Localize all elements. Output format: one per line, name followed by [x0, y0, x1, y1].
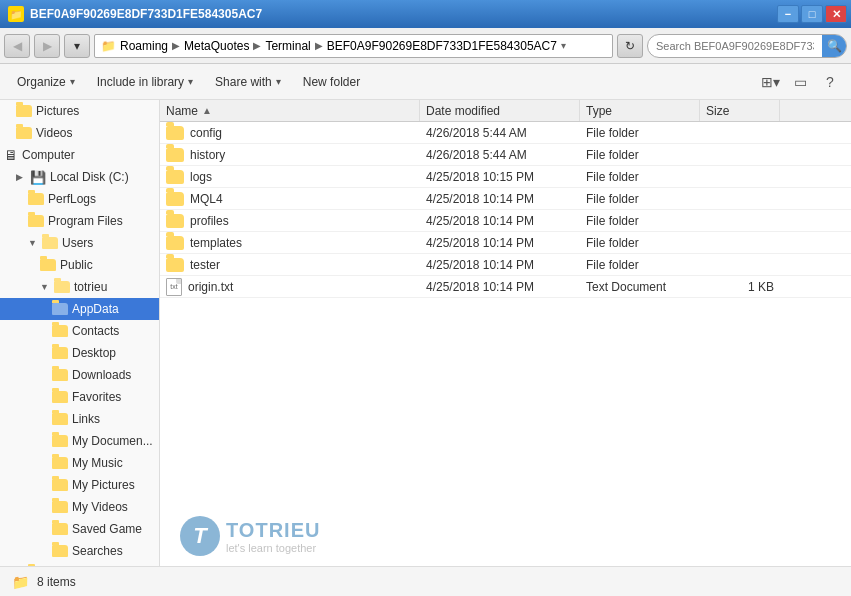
sidebar-scroll[interactable]: Pictures Videos 🖥 Computer ▶ 💾 Local Dis…: [0, 100, 159, 566]
col-date[interactable]: Date modified: [420, 100, 580, 121]
main-area: Pictures Videos 🖥 Computer ▶ 💾 Local Dis…: [0, 100, 851, 566]
sidebar-item-downloads[interactable]: Downloads: [0, 364, 159, 386]
address-path[interactable]: 📁 Roaming ▶ MetaQuotes ▶ Terminal ▶ BEF0…: [94, 34, 613, 58]
sidebar-item-favorites[interactable]: Favorites: [0, 386, 159, 408]
computer-icon: 🖥: [4, 147, 18, 163]
sidebar-item-computer[interactable]: 🖥 Computer: [0, 144, 159, 166]
drive-icon: 💾: [30, 170, 46, 185]
sidebar-item-totrieu[interactable]: ▼ totrieu: [0, 276, 159, 298]
include-library-button[interactable]: Include in library ▾: [88, 69, 202, 95]
col-name[interactable]: Name ▲: [160, 100, 420, 121]
share-with-button[interactable]: Share with ▾: [206, 69, 290, 95]
sidebar-item-perflogs[interactable]: PerfLogs: [0, 188, 159, 210]
sidebar-item-videos[interactable]: Videos: [0, 122, 159, 144]
forward-button[interactable]: ▶: [34, 34, 60, 58]
sidebar-item-my-videos[interactable]: My Videos: [0, 496, 159, 518]
saved-game-folder-icon: [52, 523, 68, 535]
sidebar-item-my-music[interactable]: My Music: [0, 452, 159, 474]
cell-size: [700, 210, 780, 231]
search-input[interactable]: [648, 40, 822, 52]
cell-size: [700, 166, 780, 187]
file-icon: txt: [166, 278, 182, 296]
sidebar-item-pictures[interactable]: Pictures: [0, 100, 159, 122]
links-folder-icon: [52, 413, 68, 425]
perflogs-folder-icon: [28, 193, 44, 205]
path-segment-terminal: Terminal: [265, 39, 310, 53]
preview-button[interactable]: ▭: [787, 70, 813, 94]
cell-name: tester: [160, 254, 420, 275]
sort-arrow-name: ▲: [202, 105, 212, 116]
expand-icon: ▶: [16, 172, 26, 182]
search-button[interactable]: 🔍: [822, 34, 846, 58]
cell-size: [700, 188, 780, 209]
help-button[interactable]: ?: [817, 70, 843, 94]
favorites-folder-icon: [52, 391, 68, 403]
maximize-button[interactable]: □: [801, 5, 823, 23]
cell-name: config: [160, 122, 420, 143]
sidebar-item-contacts[interactable]: Contacts: [0, 320, 159, 342]
path-arrow-1: ▶: [172, 40, 180, 51]
my-pictures-folder-icon: [52, 479, 68, 491]
refresh-button[interactable]: ↻: [617, 34, 643, 58]
cell-type: File folder: [580, 188, 700, 209]
cell-size: [700, 144, 780, 165]
cell-date: 4/25/2018 10:14 PM: [420, 254, 580, 275]
file-list-container[interactable]: Name ▲ Date modified Type Size config: [160, 100, 851, 566]
my-videos-folder-icon: [52, 501, 68, 513]
totrieu-folder-icon: [54, 281, 70, 293]
minimize-button[interactable]: −: [777, 5, 799, 23]
table-row[interactable]: history 4/26/2018 5:44 AM File folder: [160, 144, 851, 166]
sidebar-item-local-disk[interactable]: ▶ 💾 Local Disk (C:): [0, 166, 159, 188]
sidebar: Pictures Videos 🖥 Computer ▶ 💾 Local Dis…: [0, 100, 160, 566]
col-type[interactable]: Type: [580, 100, 700, 121]
sidebar-item-my-documents[interactable]: My Documen...: [0, 430, 159, 452]
cell-name: logs: [160, 166, 420, 187]
table-header: Name ▲ Date modified Type Size: [160, 100, 851, 122]
sidebar-item-users[interactable]: ▼ Users: [0, 232, 159, 254]
sidebar-item-windows[interactable]: Windows: [0, 562, 159, 566]
table-row[interactable]: tester 4/25/2018 10:14 PM File folder: [160, 254, 851, 276]
table-row[interactable]: config 4/26/2018 5:44 AM File folder: [160, 122, 851, 144]
sidebar-item-program-files[interactable]: Program Files: [0, 210, 159, 232]
cell-date: 4/25/2018 10:15 PM: [420, 166, 580, 187]
status-folder-icon: 📁: [12, 574, 29, 590]
back-button[interactable]: ◀: [4, 34, 30, 58]
folder-icon: [166, 126, 184, 140]
sidebar-item-my-pictures[interactable]: My Pictures: [0, 474, 159, 496]
status-item-count: 8 items: [37, 575, 76, 589]
table-row[interactable]: MQL4 4/25/2018 10:14 PM File folder: [160, 188, 851, 210]
window-icon: 📁: [8, 6, 24, 22]
table-row[interactable]: logs 4/25/2018 10:15 PM File folder: [160, 166, 851, 188]
dropdown-button[interactable]: ▾: [64, 34, 90, 58]
organize-button[interactable]: Organize ▾: [8, 69, 84, 95]
close-button[interactable]: ✕: [825, 5, 847, 23]
table-row[interactable]: txt origin.txt 4/25/2018 10:14 PM Text D…: [160, 276, 851, 298]
users-folder-icon: [42, 237, 58, 249]
col-size[interactable]: Size: [700, 100, 780, 121]
cell-name: txt origin.txt: [160, 276, 420, 297]
sidebar-item-searches[interactable]: Searches: [0, 540, 159, 562]
new-folder-button[interactable]: New folder: [294, 69, 369, 95]
view-options-button[interactable]: ⊞▾: [757, 70, 783, 94]
table-row[interactable]: profiles 4/25/2018 10:14 PM File folder: [160, 210, 851, 232]
search-box[interactable]: 🔍: [647, 34, 847, 58]
sidebar-item-links[interactable]: Links: [0, 408, 159, 430]
cell-date: 4/25/2018 10:14 PM: [420, 232, 580, 253]
sidebar-item-appdata[interactable]: AppData: [0, 298, 159, 320]
path-folder-icon: 📁: [101, 39, 116, 53]
folder-icon: [166, 192, 184, 206]
title-bar: 📁 BEF0A9F90269E8DF733D1FE584305AC7 − □ ✕: [0, 0, 851, 28]
folder-icon: [166, 258, 184, 272]
cell-date: 4/25/2018 10:14 PM: [420, 210, 580, 231]
contacts-folder-icon: [52, 325, 68, 337]
window-title: BEF0A9F90269E8DF733D1FE584305AC7: [30, 7, 262, 21]
my-documents-folder-icon: [52, 435, 68, 447]
sidebar-item-saved-game[interactable]: Saved Game: [0, 518, 159, 540]
table-row[interactable]: templates 4/25/2018 10:14 PM File folder: [160, 232, 851, 254]
public-folder-icon: [40, 259, 56, 271]
sidebar-item-public[interactable]: Public: [0, 254, 159, 276]
sidebar-item-desktop[interactable]: Desktop: [0, 342, 159, 364]
cell-type: File folder: [580, 232, 700, 253]
cell-date: 4/25/2018 10:14 PM: [420, 276, 580, 297]
cell-type: Text Document: [580, 276, 700, 297]
